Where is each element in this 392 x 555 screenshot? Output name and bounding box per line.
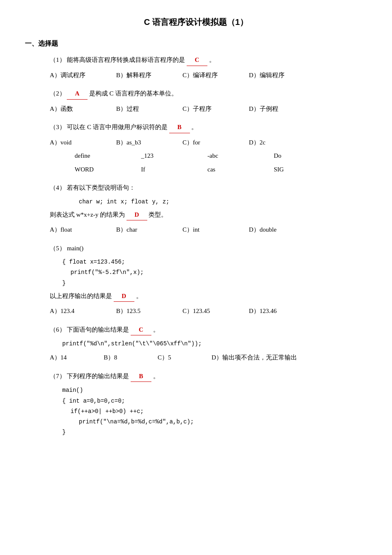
question-7: （7） 下列程序的输出结果是 B 。 main() { int a=0,b=0,…: [25, 371, 367, 438]
q4-code: char w; int x; float y, z;: [79, 197, 367, 207]
q7-code-line1: main(): [62, 385, 367, 396]
question-5: （5） main() { float x=123.456; printf("%-…: [25, 243, 367, 317]
q6-text: （6） 下面语句的输出结果是 C 。: [50, 325, 367, 336]
q3-options-row1: A）void B）as_b3 C）for D）2c: [50, 137, 367, 149]
q7-code-line5: }: [62, 427, 367, 438]
q7-code-line3: if(++a>0| ++b>0) ++c;: [71, 406, 367, 417]
q7-code-line4: printf("\na=%d,b=%d,c=%d",a,b,c);: [79, 417, 367, 427]
q5-text: （5） main(): [50, 243, 367, 254]
q7-code: main() { int a=0,b=0,c=0; if(++a>0| ++b>…: [62, 385, 367, 438]
q5-result: 以上程序输出的结果是 D 。: [50, 291, 367, 302]
q5-code: { float x=123.456; printf("%-5.2f\n",x);…: [62, 257, 367, 289]
q1-text: （1） 能将高级语言程序转换成目标语言程序的是 C 。: [50, 55, 367, 66]
q4-options: A）float B）char C）int D）double: [50, 224, 367, 236]
section-title: 一、选择题: [25, 39, 367, 48]
question-6: （6） 下面语句的输出结果是 C 。 printf("%d\n",strlen(…: [25, 325, 367, 364]
question-1: （1） 能将高级语言程序转换成目标语言程序的是 C 。 A）调试程序 B）解释程…: [25, 55, 367, 81]
q5-options: A）123.4 B）123.5 C）123.45 D）123.46: [50, 305, 367, 317]
q3-text: （3） 可以在 C 语言中用做用户标识符的是 B 。: [50, 122, 367, 133]
q6-options: A）14 B）8 C）5 D）输出项不合法，无正常输出: [50, 352, 367, 364]
q4-result: 则表达式 w*x+z-y 的结果为 D 类型。: [50, 210, 367, 221]
question-2: （2） A 是构成 C 语言程序的基本单位。 A）函数 B）过程 C）子程序 D…: [25, 88, 367, 115]
q7-code-line2: { int a=0,b=0,c=0;: [62, 396, 367, 406]
q4-text: （4） 若有以下类型说明语句：: [50, 183, 367, 193]
q1-options: A）调试程序 B）解释程序 C）编译程序 D）编辑程序: [50, 69, 367, 81]
q5-code-line2: printf("%-5.2f\n",x);: [71, 267, 367, 278]
q2-options: A）函数 B）过程 C）子程序 D）子例程: [50, 103, 367, 115]
q5-code-line1: { float x=123.456;: [62, 257, 367, 267]
q2-text: （2） A 是构成 C 语言程序的基本单位。: [50, 88, 367, 100]
q3-options-row3: WORD If cas SIG: [75, 164, 367, 176]
q7-text: （7） 下列程序的输出结果是 B 。: [50, 371, 367, 382]
q6-code: printf("%d\n",strlen("\t\"\065\xff\n"));: [62, 339, 367, 349]
question-3: （3） 可以在 C 语言中用做用户标识符的是 B 。 A）void B）as_b…: [25, 122, 367, 175]
question-4: （4） 若有以下类型说明语句： char w; int x; float y, …: [25, 183, 367, 236]
q3-options-row2: define _123 -abc Do: [75, 150, 367, 162]
page-title: C 语言程序设计模拟题（1）: [25, 17, 367, 28]
q5-code-line3: }: [62, 278, 367, 289]
